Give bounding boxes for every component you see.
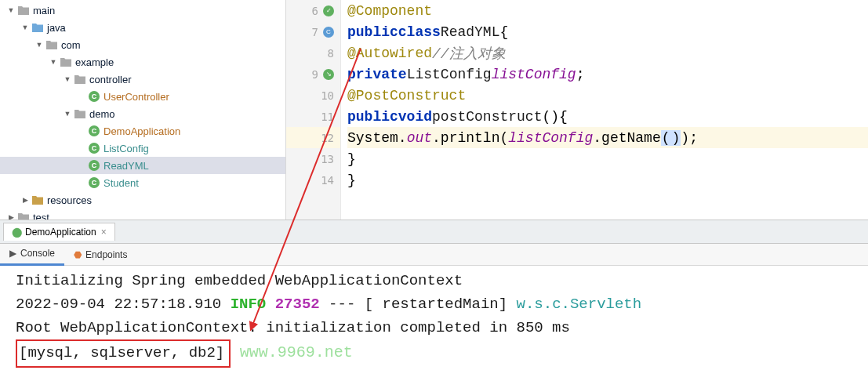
tree-label: resources: [47, 194, 92, 206]
tab-label: Endpoints: [85, 249, 127, 260]
tab-console[interactable]: ▶ Console: [0, 243, 64, 266]
tab-label: Console: [20, 248, 55, 259]
chevron-down-icon: ▼: [35, 41, 44, 49]
tree-item-test[interactable]: ▶ test: [0, 209, 285, 220]
tree-label: demo: [89, 108, 115, 120]
tree-label: ListConfig: [104, 143, 149, 154]
tree-label: DemoApplication: [104, 125, 180, 137]
chevron-down-icon: ▼: [63, 75, 72, 83]
class-icon: C: [88, 142, 100, 154]
tree-item-example[interactable]: ▼ example: [0, 53, 285, 71]
chevron-right-icon: ▶: [6, 213, 16, 220]
bean-icon: C: [323, 27, 334, 38]
package-icon: [45, 38, 58, 51]
line-number: 10: [321, 89, 334, 102]
chevron-down-icon: ▼: [63, 110, 72, 118]
line-number: 7: [312, 26, 318, 38]
chevron-down-icon: ▼: [6, 6, 16, 14]
package-icon: [74, 73, 86, 85]
folder-icon: [31, 194, 44, 206]
line-number: 12: [321, 132, 334, 144]
tree-label: controller: [89, 74, 131, 85]
line-number: 13: [321, 153, 334, 165]
tree-label: Student: [104, 177, 139, 189]
tree-item-demoapplication[interactable]: C DemoApplication: [0, 122, 285, 140]
package-icon: [74, 107, 86, 120]
watermark: www.9969.net: [240, 343, 353, 361]
folder-icon: [31, 21, 44, 34]
chevron-right-icon: ▶: [20, 196, 30, 204]
tree-item-readyml[interactable]: C ReadYML: [0, 157, 285, 174]
chevron-down-icon: ▼: [20, 24, 30, 31]
sub-tabs: ▶ Console ⬣ Endpoints: [0, 244, 868, 266]
bean-icon: ↘: [323, 69, 334, 80]
tree-item-java[interactable]: ▼ java: [0, 19, 285, 36]
console-line: [mysql, sqlserver, db2] www.9969.net: [16, 339, 852, 368]
console-line: 2022-09-04 22:57:18.910 INFO 27352 --- […: [16, 292, 852, 316]
tree-item-listconfig[interactable]: C ListConfig: [0, 140, 285, 157]
tree-item-student[interactable]: C Student: [0, 174, 285, 191]
tree-label: example: [75, 56, 114, 68]
tree-item-controller[interactable]: ▼ controller: [0, 71, 285, 88]
editor-gutter: 6✓ 7C 8 9↘ 10 11 12 13 14: [286, 0, 341, 220]
tree-label: main: [33, 5, 55, 16]
tree-item-usercontroller[interactable]: C UserController: [0, 88, 285, 105]
run-tool-window: ⬤ DemoApplication × ▶ Console ⬣ Endpoint…: [0, 220, 868, 371]
line-number: 14: [321, 174, 334, 187]
tree-item-demo[interactable]: ▼ demo: [0, 105, 285, 122]
chevron-down-icon: ▼: [49, 58, 58, 66]
line-number: 6: [312, 5, 318, 17]
spring-icon: ⬤: [12, 227, 22, 238]
console-line: Initializing Spring embedded WebApplicat…: [16, 269, 852, 292]
run-tab-label: DemoApplication: [25, 227, 96, 238]
console-icon: ▶: [9, 248, 16, 259]
tree-item-com[interactable]: ▼ com: [0, 36, 285, 53]
line-number: 9: [312, 68, 318, 81]
package-icon: [60, 56, 72, 68]
tree-label: ReadYML: [104, 160, 149, 172]
tree-label: test: [33, 212, 49, 220]
class-icon: C: [88, 176, 100, 189]
line-number: 11: [321, 111, 334, 123]
class-icon: C: [88, 159, 100, 172]
class-icon: C: [88, 90, 100, 103]
line-number: 8: [328, 47, 334, 60]
code-editor[interactable]: 6✓ 7C 8 9↘ 10 11 12 13 14 @Component pub…: [286, 0, 868, 220]
highlighted-output: [mysql, sqlserver, db2]: [19, 344, 224, 361]
folder-icon: [17, 4, 30, 16]
folder-icon: [17, 211, 30, 220]
endpoints-icon: ⬣: [74, 249, 82, 260]
run-tab-demoapplication[interactable]: ⬤ DemoApplication ×: [3, 223, 115, 241]
run-tabs-bar: ⬤ DemoApplication ×: [0, 220, 868, 244]
console-line: Root WebApplicationContext: initializati…: [16, 316, 852, 339]
tree-label: UserController: [104, 91, 169, 103]
class-icon: C: [88, 125, 100, 137]
editor-content[interactable]: @Component public class ReadYML { @Autow…: [341, 0, 868, 220]
project-tree[interactable]: ▼ main ▼ java ▼ com ▼ example ▼ controll…: [0, 0, 286, 220]
tree-label: com: [61, 39, 81, 51]
tree-item-main[interactable]: ▼ main: [0, 2, 285, 19]
bean-icon: ✓: [323, 5, 334, 16]
close-icon[interactable]: ×: [101, 227, 107, 238]
tree-label: java: [47, 22, 66, 34]
console-output[interactable]: Initializing Spring embedded WebApplicat…: [0, 266, 868, 371]
tab-endpoints[interactable]: ⬣ Endpoints: [64, 245, 136, 265]
tree-item-resources[interactable]: ▶ resources: [0, 191, 285, 209]
